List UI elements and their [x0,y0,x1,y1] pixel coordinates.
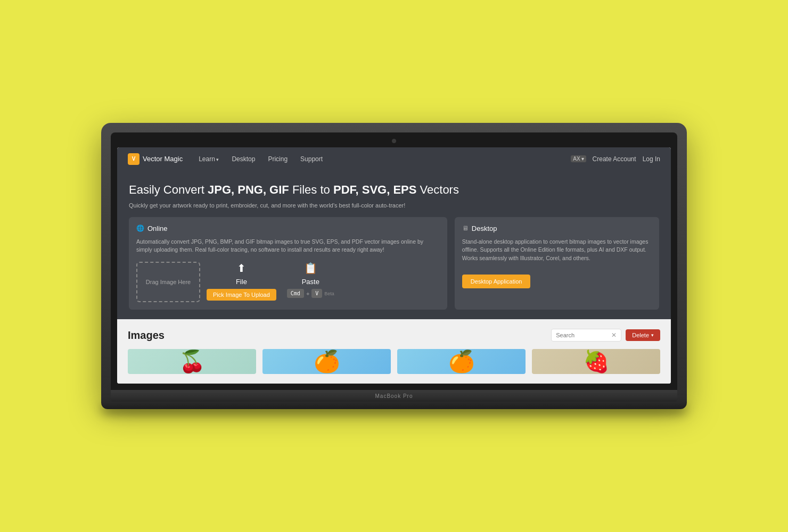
nav-item-desktop[interactable]: Desktop [226,153,260,165]
orange-slices-emoji: 🍊 [314,349,340,374]
online-card: 🌐 Online Automatically convert JPG, PNG,… [129,217,447,310]
screen-bezel: V Vector Magic Learn Desktop Pricing Sup… [111,132,677,390]
nav-item-learn[interactable]: Learn [193,153,224,165]
paste-upload-method: 📋 Paste Cmd + V Beta [287,262,334,298]
desktop-title: Desktop [472,225,497,232]
online-card-header: 🌐 Online [136,225,440,232]
v-key: V [311,289,322,298]
nav-item-support[interactable]: Support [295,153,328,165]
pick-image-button[interactable]: Pick Image To Upload [207,289,276,301]
image-card-cherries[interactable]: 🍒 [128,349,256,374]
logo-icon: V [128,153,139,165]
hero-section: Easily Convert JPG, PNG, GIF Files to PD… [117,171,671,319]
file-upload-icon: ⬆ [237,262,246,275]
paste-icon: 📋 [304,262,317,275]
images-section: Images ✕ Delete 🍒 [117,319,671,384]
nav-items: Learn Desktop Pricing Support [193,153,328,165]
hero-subtitle: Quickly get your artwork ready to print,… [129,202,659,209]
nav-item-pricing[interactable]: Pricing [262,153,293,165]
online-desc: Automatically convert JPG, PNG, BMP, and… [136,238,440,255]
laptop-bottom [101,402,687,409]
images-header: Images ✕ Delete [128,329,660,342]
hero-title: Easily Convert JPG, PNG, GIF Files to PD… [129,182,659,198]
single-orange-emoji: 🍊 [448,349,475,374]
search-clear-icon[interactable]: ✕ [611,331,617,339]
nav-language-selector[interactable]: AX ▾ [571,155,586,162]
online-icon: 🌐 [136,225,144,232]
cherry-emoji: 🍒 [179,349,206,374]
search-input[interactable] [556,332,609,338]
cards-row: 🌐 Online Automatically convert JPG, PNG,… [129,217,659,310]
strawberry-emoji: 🍓 [583,349,610,374]
delete-button[interactable]: Delete [626,329,660,341]
desktop-icon: 🖥 [462,225,469,232]
file-label: File [236,278,247,286]
image-card-orange-single[interactable]: 🍊 [397,349,526,374]
search-box[interactable]: ✕ [551,329,621,342]
nav-right: AX ▾ Create Account Log In [571,155,660,163]
image-card-strawberry[interactable]: 🍓 [532,349,660,374]
create-account-link[interactable]: Create Account [593,155,636,163]
desktop-application-button[interactable]: Desktop Application [462,275,531,288]
logo-text: Vector Magic [143,155,183,163]
upload-methods: ⬆ File Pick Image To Upload 📋 Paste Cm [207,262,334,301]
online-title: Online [147,225,168,232]
cmd-key: Cmd [287,289,304,298]
laptop-base: MacBook Pro [111,390,677,402]
laptop-outer: V Vector Magic Learn Desktop Pricing Sup… [101,123,687,402]
screen: V Vector Magic Learn Desktop Pricing Sup… [117,147,671,384]
images-title: Images [128,329,165,342]
paste-label: Paste [302,278,319,286]
plus-sign: + [306,290,309,297]
file-upload-method: ⬆ File Pick Image To Upload [207,262,276,301]
upload-area: Drag Image Here ⬆ File Pick Image To Upl… [136,262,440,302]
drag-box-label: Drag Image Here [146,279,191,285]
navbar: V Vector Magic Learn Desktop Pricing Sup… [117,147,671,171]
laptop-label: MacBook Pro [375,393,413,399]
images-controls: ✕ Delete [551,329,660,342]
paste-shortcut: Cmd + V Beta [287,289,334,298]
beta-badge: Beta [324,291,334,296]
desktop-card-header: 🖥 Desktop [462,225,652,232]
desktop-desc: Stand-alone desktop application to conve… [462,238,652,263]
login-link[interactable]: Log In [643,155,660,163]
lang-badge: AX ▾ [571,155,586,162]
drag-drop-box[interactable]: Drag Image Here [136,262,200,302]
laptop-wrapper: V Vector Magic Learn Desktop Pricing Sup… [101,123,687,409]
camera-dot [392,139,396,143]
image-card-oranges[interactable]: 🍊 [262,349,391,374]
desktop-card: 🖥 Desktop Stand-alone desktop applicatio… [455,217,659,310]
images-grid: 🍒 🍊 🍊 🍓 [128,349,660,374]
nav-logo[interactable]: V Vector Magic [128,153,183,165]
